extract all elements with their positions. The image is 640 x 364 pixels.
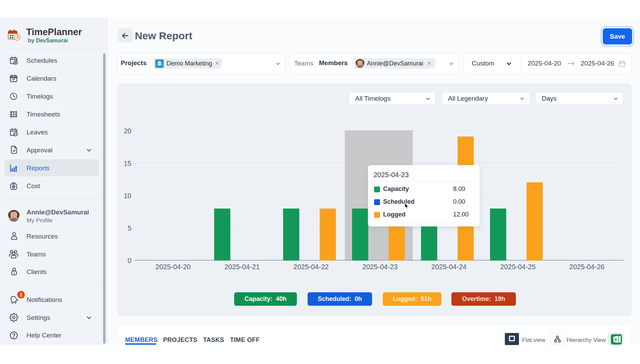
svg-text:X: X bbox=[614, 337, 617, 342]
svg-text:$: $ bbox=[13, 185, 14, 188]
